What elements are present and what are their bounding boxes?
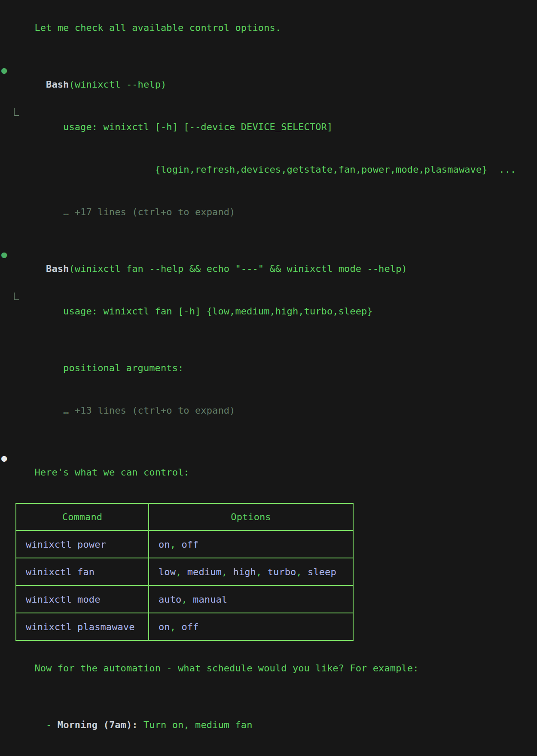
control-options-table: Command Options winixctl power on, off w… <box>15 503 354 641</box>
command-cell: winixctl mode <box>16 585 149 613</box>
expand-hint[interactable]: … +17 lines (ctrl+o to expand) <box>63 207 235 217</box>
tool-name: Bash <box>46 263 69 274</box>
assistant-message-line: ●Here's what we can control: <box>0 451 537 494</box>
tool-output-text: usage: winixctl fan [-h] {low,medium,hig… <box>63 306 373 317</box>
options-cell: auto, manual <box>149 585 353 613</box>
tool-call-line: ●Bash(winixctl fan --help && echo "---" … <box>0 247 537 290</box>
tool-name: Bash <box>46 79 69 90</box>
tool-output-line: {login,refresh,devices,getstate,fan,powe… <box>0 148 537 191</box>
option-value: on <box>159 622 170 632</box>
claude-code-session: Let me check all available control optio… <box>0 0 537 756</box>
tool-output-line: … +13 lines (ctrl+o to expand) <box>0 389 537 432</box>
command-cell: winixctl fan <box>16 558 149 585</box>
output-corner-icon <box>14 293 19 300</box>
assistant-text: Let me check all available control optio… <box>34 22 281 33</box>
tool-output-line: … +17 lines (ctrl+o to expand) <box>0 191 537 233</box>
option-value: low <box>159 567 176 577</box>
tool-output-line: usage: winixctl [-h] [--device DEVICE_SE… <box>0 106 537 148</box>
output-corner-icon <box>14 108 19 116</box>
spacer <box>0 432 537 451</box>
table-row: winixctl plasmawave on, off <box>16 613 353 640</box>
tool-output-text: usage: winixctl [-h] [--device DEVICE_SE… <box>63 122 333 132</box>
option-value: sleep <box>308 567 336 577</box>
assistant-message-line: Now for the automation - what schedule w… <box>0 647 537 689</box>
option-separator: , <box>176 567 187 577</box>
spacer <box>0 49 537 63</box>
tool-output-line: positional arguments: <box>0 347 537 389</box>
option-separator: , <box>256 567 268 577</box>
assistant-message-line: Let me check all available control optio… <box>0 6 537 49</box>
options-cell: low, medium, high, turbo, sleep <box>149 558 353 585</box>
option-value: off <box>181 539 198 550</box>
table-header-command: Command <box>16 503 149 530</box>
tool-args: (winixctl --help) <box>69 79 166 90</box>
spacer <box>0 689 537 704</box>
assistant-text: Now for the automation - what schedule w… <box>34 663 418 674</box>
schedule-list: - Morning (7am): Turn on, medium fan - D… <box>0 704 537 756</box>
option-value: manual <box>193 594 227 605</box>
terminal-screen: { "colors": { "background": "#171717", "… <box>0 0 537 756</box>
table-row: winixctl fan low, medium, high, turbo, s… <box>16 558 353 585</box>
option-value: off <box>181 622 198 632</box>
expand-hint[interactable]: … +13 lines (ctrl+o to expand) <box>63 405 235 416</box>
tool-args: (winixctl fan --help && echo "---" && wi… <box>69 263 407 274</box>
spacer <box>0 233 537 247</box>
command-cell: winixctl power <box>16 530 149 558</box>
option-value: turbo <box>268 567 296 577</box>
table-row: winixctl power on, off <box>16 530 353 558</box>
tool-bullet-icon: ● <box>1 247 7 262</box>
tool-bullet-icon: ● <box>1 63 7 77</box>
table-header-options: Options <box>149 503 353 530</box>
schedule-text: Turn on, medium fan <box>138 719 253 730</box>
option-separator: , <box>170 622 182 632</box>
tool-output-text: positional arguments: <box>63 363 183 373</box>
tool-call-line: ●Bash(winixctl --help) <box>0 63 537 106</box>
tool-output-blank-line <box>0 332 537 347</box>
option-separator: , <box>181 594 193 605</box>
option-value: medium <box>187 567 222 577</box>
schedule-label: Morning (7am): <box>58 719 138 730</box>
list-dash: - <box>46 719 58 730</box>
option-value: auto <box>159 594 181 605</box>
tool-output-line: usage: winixctl fan [-h] {low,medium,hig… <box>0 290 537 332</box>
assistant-text: Here's what we can control: <box>34 467 189 478</box>
tool-call-fan-mode-help: ●Bash(winixctl fan --help && echo "---" … <box>0 247 537 432</box>
option-separator: , <box>170 539 182 550</box>
option-value: high <box>233 567 256 577</box>
schedule-item: - Daytime (9am-5pm): Low fan while at wo… <box>0 746 537 756</box>
option-separator: , <box>222 567 233 577</box>
tool-output-text: {login,refresh,devices,getstate,fan,powe… <box>63 164 516 175</box>
message-bullet-icon: ● <box>1 451 7 465</box>
option-separator: , <box>296 567 308 577</box>
command-cell: winixctl plasmawave <box>16 613 149 640</box>
table-header-row: Command Options <box>16 503 353 530</box>
tool-call-winixctl-help: ●Bash(winixctl --help) usage: winixctl [… <box>0 63 537 233</box>
table-row: winixctl mode auto, manual <box>16 585 353 613</box>
option-value: on <box>159 539 170 550</box>
options-cell: on, off <box>149 613 353 640</box>
schedule-item: - Morning (7am): Turn on, medium fan <box>0 704 537 746</box>
options-cell: on, off <box>149 530 353 558</box>
